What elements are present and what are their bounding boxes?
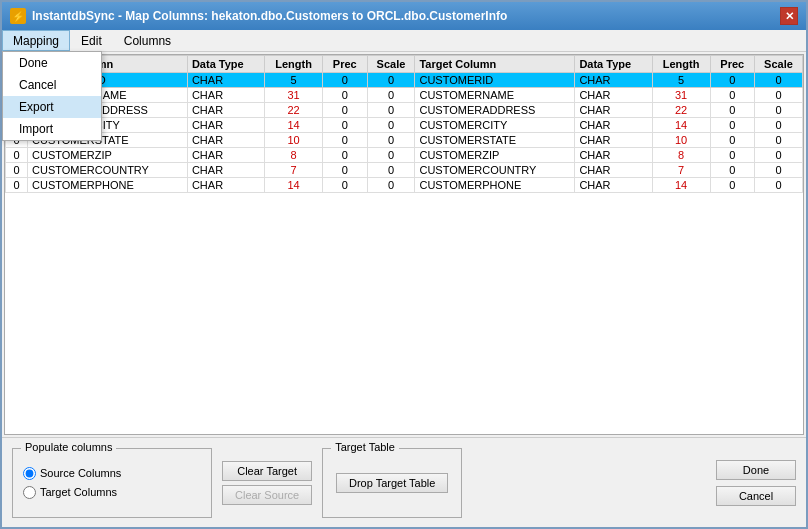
table-cell-src-prec: 0 bbox=[323, 163, 367, 178]
main-window: ⚡ InstantdbSync - Map Columns: hekaton.d… bbox=[0, 0, 808, 529]
done-button[interactable]: Done bbox=[716, 460, 796, 480]
table-cell-src-len: 14 bbox=[265, 118, 323, 133]
table-cell-src-type: CHAR bbox=[187, 163, 264, 178]
source-columns-radio-row: Source Columns bbox=[23, 467, 201, 480]
drop-target-table-button[interactable]: Drop Target Table bbox=[336, 473, 448, 493]
menu-mapping[interactable]: Mapping bbox=[2, 30, 70, 51]
source-columns-label: Source Columns bbox=[40, 467, 121, 479]
target-table-group: Target Table Drop Target Table bbox=[322, 448, 462, 518]
menu-columns[interactable]: Columns bbox=[113, 30, 182, 51]
table-cell-src-len: 10 bbox=[265, 133, 323, 148]
header-src-prec: Prec bbox=[323, 56, 367, 73]
table-cell-sel: 0 bbox=[6, 178, 28, 193]
table-cell-src-len: 7 bbox=[265, 163, 323, 178]
header-tgt-datatype: Data Type bbox=[575, 56, 652, 73]
table-cell-tgt-scale: 0 bbox=[754, 118, 802, 133]
columns-table-container: Source Column Data Type Length Prec Scal… bbox=[4, 54, 804, 435]
menu-import[interactable]: Import bbox=[3, 118, 101, 140]
table-cell-src-len: 31 bbox=[265, 88, 323, 103]
table-cell-src-len: 22 bbox=[265, 103, 323, 118]
table-cell-tgt-len: 31 bbox=[652, 88, 710, 103]
table-cell-tgt-col: CUSTOMERID bbox=[415, 73, 575, 88]
header-tgt-length: Length bbox=[652, 56, 710, 73]
table-cell-tgt-scale: 0 bbox=[754, 103, 802, 118]
table-cell-src-type: CHAR bbox=[187, 103, 264, 118]
table-cell-tgt-prec: 0 bbox=[710, 133, 754, 148]
table-cell-tgt-prec: 0 bbox=[710, 163, 754, 178]
table-cell-src-col: CUSTOMERZIP bbox=[28, 148, 188, 163]
table-cell-tgt-scale: 0 bbox=[754, 73, 802, 88]
table-cell-tgt-len: 8 bbox=[652, 148, 710, 163]
table-cell-tgt-col: CUSTOMERSTATE bbox=[415, 133, 575, 148]
table-cell-tgt-len: 5 bbox=[652, 73, 710, 88]
table-cell-src-prec: 0 bbox=[323, 103, 367, 118]
table-cell-tgt-type: CHAR bbox=[575, 148, 652, 163]
table-cell-src-col: CUSTOMERCOUNTRY bbox=[28, 163, 188, 178]
table-cell-tgt-type: CHAR bbox=[575, 178, 652, 193]
table-cell-tgt-len: 14 bbox=[652, 118, 710, 133]
header-src-scale: Scale bbox=[367, 56, 415, 73]
table-cell-src-scale: 0 bbox=[367, 73, 415, 88]
table-cell-src-prec: 0 bbox=[323, 118, 367, 133]
table-cell-tgt-scale: 0 bbox=[754, 148, 802, 163]
clear-target-button[interactable]: Clear Target bbox=[222, 461, 312, 481]
table-cell-tgt-col: CUSTOMERPHONE bbox=[415, 178, 575, 193]
table-cell-tgt-col: CUSTOMERCITY bbox=[415, 118, 575, 133]
table-cell-tgt-type: CHAR bbox=[575, 163, 652, 178]
table-cell-tgt-prec: 0 bbox=[710, 73, 754, 88]
target-columns-radio-row: Target Columns bbox=[23, 486, 201, 499]
header-src-length: Length bbox=[265, 56, 323, 73]
menu-cancel[interactable]: Cancel bbox=[3, 74, 101, 96]
table-cell-tgt-len: 14 bbox=[652, 178, 710, 193]
menu-export[interactable]: Export bbox=[3, 96, 101, 118]
clear-buttons-group: Clear Target Clear Source bbox=[222, 461, 312, 505]
app-icon: ⚡ bbox=[10, 8, 26, 24]
table-cell-tgt-prec: 0 bbox=[710, 178, 754, 193]
menu-done[interactable]: Done bbox=[3, 52, 101, 74]
menu-edit[interactable]: Edit bbox=[70, 30, 113, 51]
table-cell-tgt-len: 10 bbox=[652, 133, 710, 148]
table-cell-src-scale: 0 bbox=[367, 178, 415, 193]
table-cell-src-prec: 0 bbox=[323, 178, 367, 193]
table-cell-sel: 0 bbox=[6, 148, 28, 163]
table-cell-sel: 0 bbox=[6, 163, 28, 178]
clear-source-button[interactable]: Clear Source bbox=[222, 485, 312, 505]
populate-group: Populate columns Source Columns Target C… bbox=[12, 448, 212, 518]
table-cell-tgt-type: CHAR bbox=[575, 88, 652, 103]
table-cell-src-type: CHAR bbox=[187, 73, 264, 88]
columns-table: Source Column Data Type Length Prec Scal… bbox=[5, 55, 803, 193]
header-tgt-scale: Scale bbox=[754, 56, 802, 73]
bottom-panel: Populate columns Source Columns Target C… bbox=[2, 437, 806, 527]
target-columns-radio[interactable] bbox=[23, 486, 36, 499]
table-cell-src-prec: 0 bbox=[323, 73, 367, 88]
table-cell-src-scale: 0 bbox=[367, 148, 415, 163]
table-cell-src-type: CHAR bbox=[187, 178, 264, 193]
table-cell-src-prec: 0 bbox=[323, 88, 367, 103]
target-table-legend: Target Table bbox=[331, 441, 399, 453]
table-cell-tgt-col: CUSTOMERCOUNTRY bbox=[415, 163, 575, 178]
table-cell-tgt-col: CUSTOMERZIP bbox=[415, 148, 575, 163]
table-cell-tgt-type: CHAR bbox=[575, 118, 652, 133]
cancel-button[interactable]: Cancel bbox=[716, 486, 796, 506]
table-cell-src-len: 8 bbox=[265, 148, 323, 163]
table-cell-src-col: CUSTOMERPHONE bbox=[28, 178, 188, 193]
table-cell-src-len: 14 bbox=[265, 178, 323, 193]
close-button[interactable]: ✕ bbox=[780, 7, 798, 25]
table-cell-tgt-type: CHAR bbox=[575, 103, 652, 118]
source-columns-radio[interactable] bbox=[23, 467, 36, 480]
table-cell-src-type: CHAR bbox=[187, 118, 264, 133]
table-cell-src-prec: 0 bbox=[323, 148, 367, 163]
window-title: InstantdbSync - Map Columns: hekaton.dbo… bbox=[32, 9, 507, 23]
menu-bar: Mapping Edit Columns Done Cancel Export … bbox=[2, 30, 806, 52]
mapping-dropdown: Done Cancel Export Import bbox=[2, 51, 102, 141]
table-cell-src-type: CHAR bbox=[187, 148, 264, 163]
right-buttons: Done Cancel bbox=[716, 460, 796, 506]
header-src-datatype: Data Type bbox=[187, 56, 264, 73]
header-tgt-prec: Prec bbox=[710, 56, 754, 73]
header-target-col: Target Column bbox=[415, 56, 575, 73]
table-cell-tgt-prec: 0 bbox=[710, 118, 754, 133]
table-cell-src-scale: 0 bbox=[367, 163, 415, 178]
table-cell-tgt-type: CHAR bbox=[575, 73, 652, 88]
table-cell-tgt-prec: 0 bbox=[710, 148, 754, 163]
table-cell-src-scale: 0 bbox=[367, 88, 415, 103]
